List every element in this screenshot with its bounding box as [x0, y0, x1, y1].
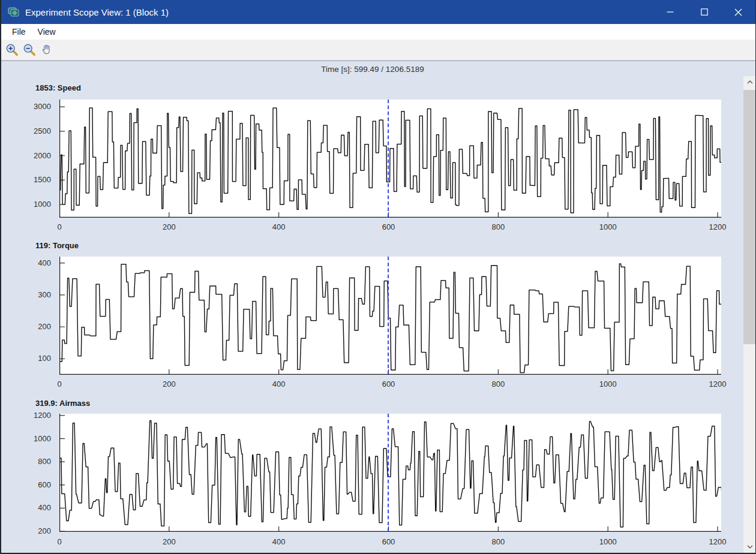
zoom-in-icon: [5, 43, 19, 56]
plot-area-torque[interactable]: [59, 257, 721, 375]
y-tick-label: 3000: [34, 102, 51, 112]
y-tick-label: 1500: [34, 175, 51, 185]
zoom-out-button[interactable]: [22, 42, 37, 58]
y-tick-label: 2000: [34, 151, 51, 161]
plot-title: 319.9: Airmass: [35, 399, 90, 408]
plot-area-airmass[interactable]: [59, 414, 721, 532]
y-tick-label: 1200: [34, 411, 51, 420]
zoom-in-button[interactable]: [4, 42, 20, 58]
y-axis-labels: 12001000800600400200: [1, 414, 56, 532]
vertical-scrollbar[interactable]: [743, 76, 756, 553]
y-tick-label: 400: [38, 503, 51, 513]
y-tick-label: 100: [38, 354, 51, 363]
plot-title: 119: Torque: [35, 241, 79, 250]
scroll-up-button[interactable]: [743, 76, 756, 88]
y-tick-label: 1000: [34, 200, 51, 209]
y-tick-label: 400: [38, 258, 51, 268]
chevron-up-icon: [747, 80, 753, 84]
pan-button[interactable]: [39, 42, 55, 58]
x-tick-label: 0: [57, 380, 61, 389]
plot-area-speed[interactable]: [59, 100, 721, 218]
x-tick-label: 800: [492, 222, 505, 232]
maximize-icon: [701, 8, 708, 16]
x-tick-label: 1000: [599, 380, 617, 389]
menu-view[interactable]: View: [32, 25, 62, 39]
x-tick-label: 600: [382, 537, 395, 547]
y-axis-labels: 400300200100: [1, 257, 56, 375]
x-axis-labels: 020040060080010001200: [59, 380, 721, 389]
x-tick-label: 0: [57, 222, 61, 232]
x-tick-label: 400: [272, 222, 286, 232]
menu-file[interactable]: File: [6, 25, 32, 39]
y-tick-label: 200: [38, 322, 51, 332]
y-tick-label: 200: [38, 526, 51, 536]
scrollbar-thumb[interactable]: [743, 90, 756, 344]
plot-title: 1853: Speed: [35, 83, 81, 92]
minimize-button[interactable]: [653, 0, 687, 24]
x-tick-label: 200: [163, 222, 176, 232]
title-bar[interactable]: Experiment Scope View: 1 (Block 1): [1, 0, 755, 24]
y-axis-labels: 30002500200015001000: [1, 100, 56, 218]
x-tick-label: 1000: [599, 537, 617, 547]
scope-content: Time [s]: 599.49 / 1206.5189 1853: Speed…: [1, 61, 755, 554]
x-tick-label: 1200: [709, 537, 727, 547]
experiment-scope-window: Experiment Scope View: 1 (Block 1) F: [0, 0, 756, 554]
x-tick-label: 200: [163, 537, 176, 547]
x-axis-labels: 020040060080010001200: [59, 537, 721, 547]
chevron-down-icon: [747, 545, 753, 549]
y-tick-label: 800: [38, 457, 51, 466]
close-button[interactable]: [721, 0, 755, 24]
y-tick-label: 300: [38, 290, 51, 300]
x-tick-label: 800: [492, 537, 505, 547]
x-tick-label: 400: [272, 380, 286, 389]
x-tick-label: 0: [57, 537, 61, 547]
maximize-button[interactable]: [687, 0, 721, 24]
x-tick-label: 600: [382, 380, 395, 389]
x-tick-label: 1200: [709, 380, 727, 389]
y-tick-label: 2500: [34, 127, 51, 136]
menu-bar: File View: [1, 24, 755, 40]
x-tick-label: 800: [492, 380, 505, 389]
x-tick-label: 200: [163, 380, 176, 389]
window-title: Experiment Scope View: 1 (Block 1): [25, 7, 169, 17]
x-axis-labels: 020040060080010001200: [59, 222, 721, 232]
x-tick-label: 1000: [599, 222, 617, 232]
pan-hand-icon: [40, 43, 53, 56]
minimize-icon: [667, 8, 674, 16]
scroll-down-button[interactable]: [743, 541, 756, 553]
x-tick-label: 1200: [709, 222, 727, 232]
app-icon: [8, 6, 20, 18]
close-icon: [734, 8, 742, 16]
zoom-out-icon: [23, 43, 36, 56]
x-tick-label: 400: [272, 537, 286, 547]
y-tick-label: 1000: [34, 434, 51, 444]
toolbar: [1, 40, 755, 61]
time-readout: Time [s]: 599.49 / 1206.5189: [1, 65, 744, 74]
x-tick-label: 600: [382, 222, 395, 232]
y-tick-label: 600: [38, 480, 51, 490]
